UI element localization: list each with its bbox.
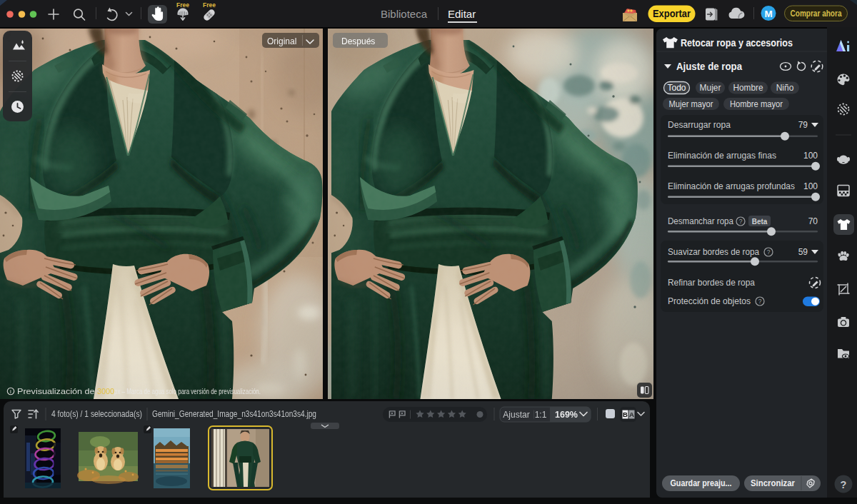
svg-text:70: 70: [808, 216, 818, 226]
svg-text:100: 100: [803, 151, 818, 161]
svg-text:Retocar ropa y accesorios: Retocar ropa y accesorios: [681, 37, 793, 49]
svg-text:1:1: 1:1: [535, 410, 547, 420]
svg-text:Desarrugar ropa: Desarrugar ropa: [668, 120, 731, 130]
svg-text:Desmanchar ropa: Desmanchar ropa: [668, 216, 733, 226]
svg-text:Suavizar bordes de ropa: Suavizar bordes de ropa: [668, 247, 759, 257]
svg-text:?: ?: [739, 218, 743, 225]
svg-text:Mujer: Mujer: [699, 83, 721, 93]
svg-text:Hombre: Hombre: [733, 83, 763, 93]
svg-text:59: 59: [798, 247, 808, 257]
svg-text:Mujer mayor: Mujer mayor: [669, 99, 713, 109]
svg-text:Ajustar: Ajustar: [503, 410, 529, 420]
svg-text:Protección de objetos: Protección de objetos: [668, 296, 751, 306]
svg-text:3000: 3000: [97, 387, 114, 395]
svg-text:Beta: Beta: [752, 218, 768, 226]
svg-text:100: 100: [803, 181, 818, 191]
svg-text:Comprar ahora: Comprar ahora: [791, 9, 843, 19]
svg-text:?: ?: [841, 479, 847, 490]
svg-text:Gemini_Generated_Image_n3s41on: Gemini_Generated_Image_n3s41on3s41on3s4.…: [152, 409, 316, 419]
svg-text:Previsualización de: Previsualización de: [17, 387, 97, 395]
svg-text:Sincronizar: Sincronizar: [751, 478, 795, 488]
svg-text:Free: Free: [176, 1, 189, 9]
svg-text:Ajuste de ropa: Ajuste de ropa: [676, 61, 742, 72]
svg-text:Guardar preaju...: Guardar preaju...: [671, 478, 732, 488]
svg-text:M: M: [764, 9, 772, 19]
svg-text:B: B: [623, 410, 628, 418]
svg-text:px – Marca de agua solo para v: px – Marca de agua solo para versión de …: [114, 387, 261, 395]
svg-text:Refinar bordes de ropa: Refinar bordes de ropa: [668, 278, 755, 288]
svg-text:i: i: [10, 388, 11, 395]
svg-text:Todo: Todo: [667, 83, 686, 93]
svg-text:?: ?: [758, 298, 762, 305]
svg-text:Eliminación de arrugas profund: Eliminación de arrugas profundas: [668, 181, 795, 191]
svg-text:?: ?: [767, 248, 771, 256]
svg-text:169%: 169%: [555, 410, 578, 420]
svg-text:Niño: Niño: [776, 83, 794, 93]
svg-text:Free: Free: [203, 1, 216, 9]
svg-text:Exportar: Exportar: [653, 8, 691, 19]
svg-text:Hombre mayor: Hombre mayor: [730, 99, 783, 109]
svg-text:4 foto(s) / 1 seleccionada(s): 4 foto(s) / 1 seleccionada(s): [51, 409, 142, 419]
svg-text:A: A: [629, 410, 634, 418]
svg-text:Eliminación de arrugas finas: Eliminación de arrugas finas: [668, 151, 776, 161]
svg-text:79: 79: [798, 120, 808, 130]
